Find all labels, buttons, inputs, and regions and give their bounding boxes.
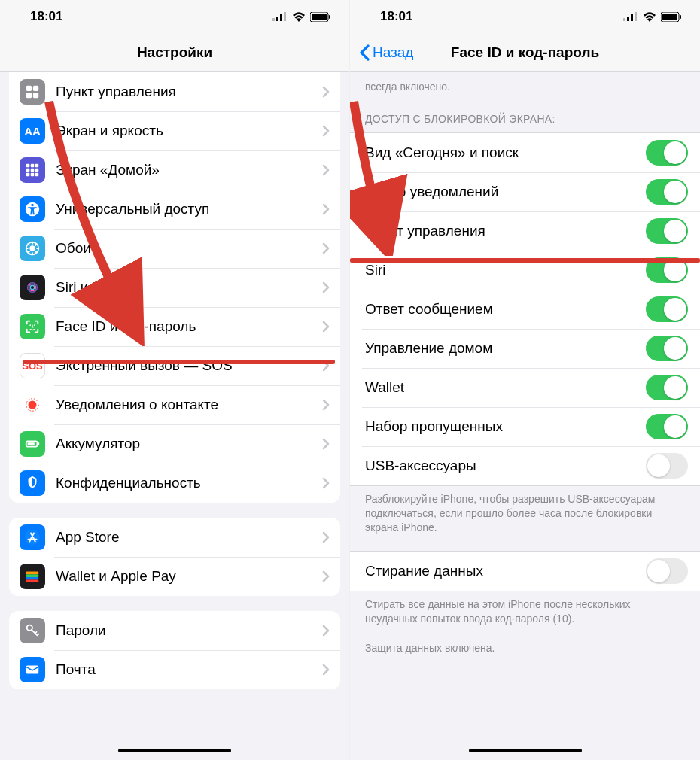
settings-row-wallet[interactable]: Wallet и Apple Pay [9, 557, 340, 596]
home-indicator[interactable] [118, 749, 231, 752]
toggle-label: Вид «Сегодня» и поиск [365, 144, 646, 161]
settings-group-3: ПаролиПочта [9, 611, 340, 689]
toggle-switch[interactable] [646, 140, 688, 166]
svg-rect-41 [26, 666, 39, 674]
toggle-label: Управление домом [365, 340, 646, 357]
wifi-icon [292, 12, 306, 22]
status-icons [272, 12, 331, 22]
svg-point-23 [29, 245, 35, 251]
settings-row-home-screen[interactable]: Экран «Домой» [9, 150, 340, 190]
toggle-row[interactable]: Wallet [350, 368, 700, 407]
back-button[interactable]: Назад [350, 44, 413, 61]
svg-rect-47 [662, 14, 677, 20]
toggle-row[interactable]: Центр уведомлений [350, 172, 700, 211]
settings-row-battery[interactable]: Аккумулятор [9, 424, 340, 464]
chevron-right-icon [322, 125, 330, 137]
row-label: Конфиденциальность [56, 475, 322, 491]
row-label: Siri и Поиск [56, 279, 322, 296]
key-icon [20, 618, 45, 643]
control-center-icon [20, 79, 45, 105]
home-indicator[interactable] [469, 749, 582, 752]
settings-row-mail[interactable]: Почта [9, 650, 340, 689]
settings-list[interactable]: Пункт управленияAAЭкран и яркостьЭкран «… [0, 72, 349, 760]
toggle-row[interactable]: Siri [350, 251, 700, 290]
status-icons [623, 12, 682, 22]
row-label: Пункт управления [56, 84, 322, 100]
right-phone: 18:01 Назад Face ID и код-пароль всегда … [350, 0, 700, 760]
settings-row-siri[interactable]: Siri и Поиск [9, 268, 340, 307]
settings-row-display[interactable]: AAЭкран и яркость [9, 111, 340, 150]
settings-row-privacy[interactable]: Конфиденциальность [9, 464, 340, 503]
settings-row-exposure[interactable]: Уведомления о контакте [9, 385, 340, 424]
chevron-right-icon [322, 664, 330, 676]
toggle-switch[interactable] [646, 179, 688, 205]
chevron-right-icon [322, 242, 330, 254]
row-label: Почта [56, 661, 322, 678]
svg-rect-6 [329, 15, 330, 19]
svg-point-29 [34, 324, 35, 326]
toggle-label: Пункт управления [365, 223, 646, 239]
settings-row-appstore[interactable]: App Store [9, 518, 340, 557]
chevron-right-icon [322, 399, 330, 411]
svg-rect-2 [280, 14, 282, 21]
toggle-label: Ответ сообщением [365, 301, 646, 318]
toggle-row[interactable]: USB-аксессуары [350, 446, 700, 485]
privacy-icon [20, 470, 45, 496]
chevron-right-icon [322, 281, 330, 293]
display-icon: AA [20, 118, 45, 144]
faceid-settings[interactable]: всегда включено. ДОСТУП С БЛОКИРОВКОЙ ЭК… [350, 72, 700, 760]
cellular-icon [272, 12, 288, 21]
toggle-switch[interactable] [646, 453, 688, 479]
toggle-switch[interactable] [646, 257, 688, 283]
protection-caption: Защита данных включена. [350, 632, 700, 661]
back-label: Назад [373, 44, 413, 61]
row-label: App Store [56, 529, 322, 546]
section-header: ДОСТУП С БЛОКИРОВКОЙ ЭКРАНА: [350, 100, 700, 132]
chevron-right-icon [322, 86, 330, 98]
svg-rect-42 [623, 18, 625, 21]
settings-row-faceid[interactable]: Face ID и код-пароль [9, 307, 340, 346]
erase-toggle[interactable] [646, 558, 688, 584]
erase-data-row[interactable]: Стирание данных [350, 552, 700, 591]
lock-access-group: Вид «Сегодня» и поискЦентр уведомленийПу… [350, 132, 700, 486]
wifi-icon [643, 12, 656, 22]
chevron-right-icon [322, 438, 330, 450]
svg-rect-5 [312, 14, 327, 20]
settings-row-wallpaper[interactable]: Обои [9, 229, 340, 268]
toggle-row[interactable]: Управление домом [350, 329, 700, 368]
chevron-right-icon [322, 321, 330, 333]
settings-row-control-center[interactable]: Пункт управления [9, 72, 340, 111]
toggle-row[interactable]: Ответ сообщением [350, 290, 700, 329]
settings-row-key[interactable]: Пароли [9, 611, 340, 650]
settings-group-2: App StoreWallet и Apple Pay [9, 518, 340, 596]
toggle-switch[interactable] [646, 296, 688, 322]
svg-rect-12 [31, 164, 35, 168]
status-time: 18:01 [380, 9, 412, 24]
row-label: Экстренный вызов — SOS [56, 357, 322, 374]
chevron-right-icon [322, 625, 330, 637]
toggle-label: Wallet [365, 379, 646, 396]
toggle-switch[interactable] [646, 375, 688, 400]
nav-bar: Назад Face ID и код-пароль [350, 33, 700, 72]
nav-bar: Настройки [0, 33, 349, 72]
toggle-switch[interactable] [646, 218, 688, 244]
row-label: Wallet и Apple Pay [56, 568, 322, 585]
toggle-row[interactable]: Пункт управления [350, 211, 700, 251]
row-label: Универсальный доступ [56, 201, 322, 217]
svg-point-30 [29, 401, 37, 409]
svg-rect-1 [276, 17, 278, 21]
toggle-label: Набор пропущенных [365, 418, 646, 435]
svg-rect-43 [627, 17, 629, 21]
top-caption: всегда включено. [350, 72, 700, 100]
chevron-right-icon [322, 570, 330, 582]
wallet-icon [20, 564, 45, 589]
battery-icon [661, 12, 682, 22]
svg-rect-8 [33, 86, 38, 91]
toggle-switch[interactable] [646, 414, 688, 439]
chevron-right-icon [322, 203, 330, 215]
settings-row-sos[interactable]: SOSЭкстренный вызов — SOS [9, 346, 340, 385]
toggle-row[interactable]: Вид «Сегодня» и поиск [350, 133, 700, 172]
toggle-row[interactable]: Набор пропущенных [350, 407, 700, 446]
toggle-switch[interactable] [646, 336, 688, 361]
settings-row-accessibility[interactable]: Универсальный доступ [9, 190, 340, 229]
